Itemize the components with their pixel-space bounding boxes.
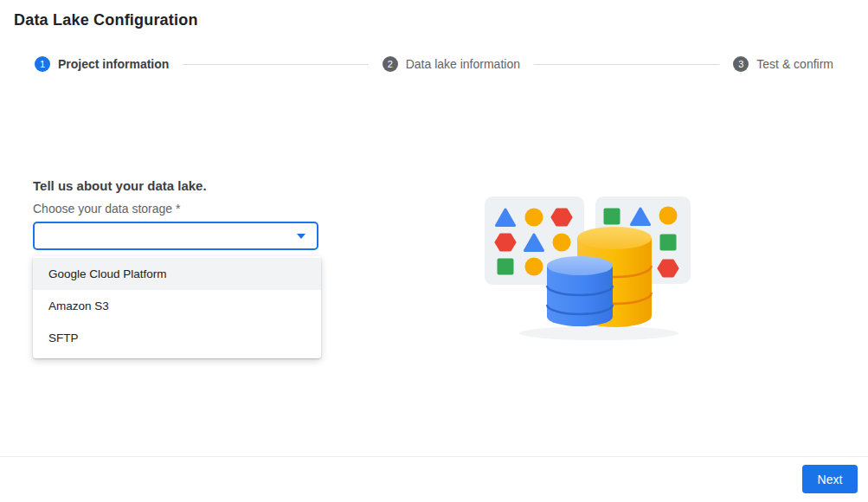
- stepper: 1 Project information 2 Data lake inform…: [35, 56, 833, 72]
- blue-database-icon: [547, 256, 613, 326]
- step-data-lake-information[interactable]: 2 Data lake information: [383, 56, 520, 72]
- stepper-connector: [534, 64, 719, 65]
- red-hexagon-icon: [552, 209, 571, 225]
- cylinder-shadow: [519, 326, 678, 340]
- data-lake-illustration: [467, 186, 710, 351]
- dropdown-option-google-cloud-platform[interactable]: Google Cloud Platform: [33, 258, 321, 290]
- step-3-label: Test & confirm: [756, 57, 833, 71]
- yellow-circle-icon: [659, 207, 678, 225]
- green-square-icon: [660, 235, 677, 251]
- data-storage-select[interactable]: [33, 222, 318, 250]
- dropdown-option-amazon-s3[interactable]: Amazon S3: [33, 290, 321, 322]
- step-2-badge: 2: [383, 56, 398, 72]
- yellow-circle-icon: [525, 209, 543, 227]
- form-heading: Tell us about your data lake.: [33, 178, 207, 193]
- yellow-circle-icon: [525, 258, 543, 276]
- data-storage-dropdown-menu: Google Cloud Platform Amazon S3 SFTP: [33, 256, 321, 358]
- dropdown-caret-icon: [297, 234, 305, 239]
- step-1-label: Project information: [58, 57, 169, 71]
- step-3-badge: 3: [733, 56, 749, 72]
- step-test-confirm[interactable]: 3 Test & confirm: [733, 56, 833, 72]
- step-1-badge: 1: [35, 56, 50, 72]
- red-hexagon-icon: [659, 261, 678, 276]
- page-title: Data Lake Configuration: [14, 11, 198, 29]
- data-storage-field-label: Choose your data storage *: [33, 202, 180, 216]
- green-square-icon: [498, 259, 514, 275]
- green-square-icon: [604, 209, 620, 225]
- footer-divider: [0, 456, 868, 457]
- stepper-connector: [183, 64, 368, 65]
- step-2-label: Data lake information: [406, 57, 520, 71]
- dropdown-option-sftp[interactable]: SFTP: [33, 322, 321, 354]
- next-button[interactable]: Next: [802, 465, 858, 493]
- yellow-circle-icon: [553, 234, 571, 252]
- step-project-information[interactable]: 1 Project information: [35, 56, 169, 72]
- red-hexagon-icon: [496, 235, 515, 250]
